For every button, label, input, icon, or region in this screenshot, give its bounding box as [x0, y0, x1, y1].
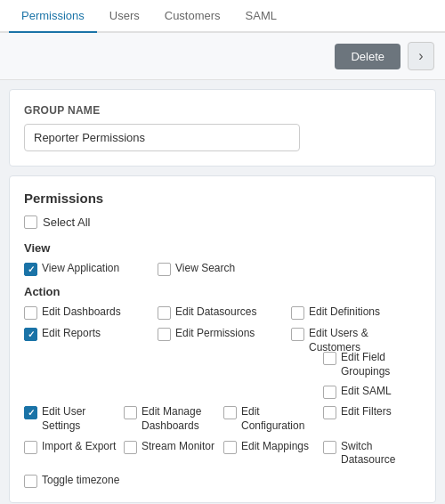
- action-permissions-grid: Edit Dashboards Edit Datasources Edit De…: [24, 305, 421, 354]
- perm-edit-datasources-label: Edit Datasources: [175, 305, 256, 320]
- perm-stream-monitor-checkbox[interactable]: [124, 441, 137, 454]
- select-all-row: Select All: [24, 215, 421, 229]
- group-name-label: Group name: [24, 104, 421, 117]
- perm-edit-manage-dashboards: Edit Manage Dashboards: [124, 405, 222, 433]
- more-options-icon[interactable]: ›: [408, 42, 434, 70]
- perm-view-application-label: View Application: [42, 262, 119, 276]
- perm-view-application: View Application: [24, 262, 154, 276]
- group-header-action: Action: [24, 285, 421, 298]
- perm-edit-field-groupings-checkbox[interactable]: [323, 352, 336, 365]
- tab-customers[interactable]: Customers: [152, 0, 233, 33]
- perm-edit-saml: Edit SAML: [323, 385, 421, 399]
- perm-import-export-checkbox[interactable]: [24, 441, 37, 454]
- perm-import-export: Import & Export: [24, 440, 122, 467]
- permissions-title: Permissions: [24, 191, 421, 206]
- perm-edit-definitions-checkbox[interactable]: [291, 306, 304, 320]
- perm-edit-permissions-label: Edit Permissions: [175, 327, 255, 341]
- select-all-checkbox[interactable]: [24, 215, 37, 229]
- perm-edit-configuration-checkbox[interactable]: [223, 406, 237, 419]
- view-permissions-grid: View Application View Search: [24, 262, 421, 276]
- perm-edit-mappings: Edit Mappings: [223, 440, 321, 467]
- toolbar: Delete ›: [0, 33, 445, 80]
- delete-button[interactable]: Delete: [335, 44, 400, 69]
- perm-switch-datasource: Switch Datasource: [323, 440, 421, 467]
- group-header-view: View: [24, 241, 421, 255]
- perm-edit-definitions: Edit Definitions: [291, 305, 421, 320]
- perm-edit-mappings-label: Edit Mappings: [241, 440, 309, 454]
- perm-edit-user-settings-label: Edit User Settings: [42, 405, 122, 433]
- perm-view-search-checkbox[interactable]: [158, 263, 171, 276]
- group-name-section: Group name: [9, 89, 436, 167]
- perm-edit-users-customers-checkbox[interactable]: [291, 328, 304, 341]
- perm-edit-reports-checkbox[interactable]: [24, 328, 37, 341]
- perm-switch-datasource-checkbox[interactable]: [323, 441, 336, 454]
- perm-view-application-checkbox[interactable]: [24, 263, 37, 276]
- perm-toggle-timezone: Toggle timezone: [24, 474, 122, 488]
- group-name-input[interactable]: [24, 124, 300, 151]
- perm-edit-mappings-checkbox[interactable]: [223, 441, 237, 454]
- perm-import-export-label: Import & Export: [42, 440, 116, 454]
- perm-edit-saml-label: Edit SAML: [341, 385, 392, 399]
- permissions-section: Permissions Select All View View Applica…: [9, 175, 436, 503]
- tabs-bar: Permissions Users Customers SAML: [0, 0, 445, 33]
- perm-edit-filters: Edit Filters: [323, 405, 421, 433]
- perm-edit-definitions-label: Edit Definitions: [309, 305, 380, 320]
- perm-edit-user-settings-checkbox[interactable]: [24, 406, 37, 419]
- perm-stream-monitor: Stream Monitor: [124, 440, 222, 467]
- perm-stream-monitor-label: Stream Monitor: [142, 440, 214, 454]
- perm-view-search-label: View Search: [175, 262, 235, 276]
- perm-edit-user-settings: Edit User Settings: [24, 405, 122, 433]
- perm-edit-configuration: Edit Configuration: [223, 405, 321, 433]
- perm-edit-field-groupings-label: Edit Field Groupings: [341, 351, 421, 378]
- perm-edit-dashboards-label: Edit Dashboards: [42, 305, 121, 320]
- perm-edit-datasources-checkbox[interactable]: [158, 306, 171, 320]
- perm-edit-saml-checkbox[interactable]: [323, 386, 336, 399]
- perm-toggle-timezone-label: Toggle timezone: [42, 474, 119, 488]
- perm-edit-filters-label: Edit Filters: [341, 405, 392, 419]
- perm-edit-field-groupings: Edit Field Groupings: [323, 351, 421, 378]
- perm-edit-permissions-checkbox[interactable]: [158, 328, 171, 341]
- perm-view-search: View Search: [158, 262, 287, 276]
- select-all-label[interactable]: Select All: [43, 215, 90, 229]
- tab-users[interactable]: Users: [97, 0, 152, 33]
- perm-edit-dashboards: Edit Dashboards: [24, 305, 154, 320]
- perm-edit-filters-checkbox[interactable]: [323, 406, 336, 419]
- perm-edit-manage-dashboards-checkbox[interactable]: [124, 406, 137, 419]
- perm-toggle-timezone-checkbox[interactable]: [24, 475, 37, 488]
- perm-edit-manage-dashboards-label: Edit Manage Dashboards: [142, 405, 222, 433]
- perm-switch-datasource-label: Switch Datasource: [341, 440, 421, 467]
- tab-permissions[interactable]: Permissions: [9, 0, 97, 33]
- perm-edit-configuration-label: Edit Configuration: [241, 405, 321, 433]
- tab-saml[interactable]: SAML: [233, 0, 289, 33]
- perm-edit-dashboards-checkbox[interactable]: [24, 306, 37, 320]
- perm-edit-reports-label: Edit Reports: [42, 327, 101, 341]
- perm-edit-datasources: Edit Datasources: [158, 305, 287, 320]
